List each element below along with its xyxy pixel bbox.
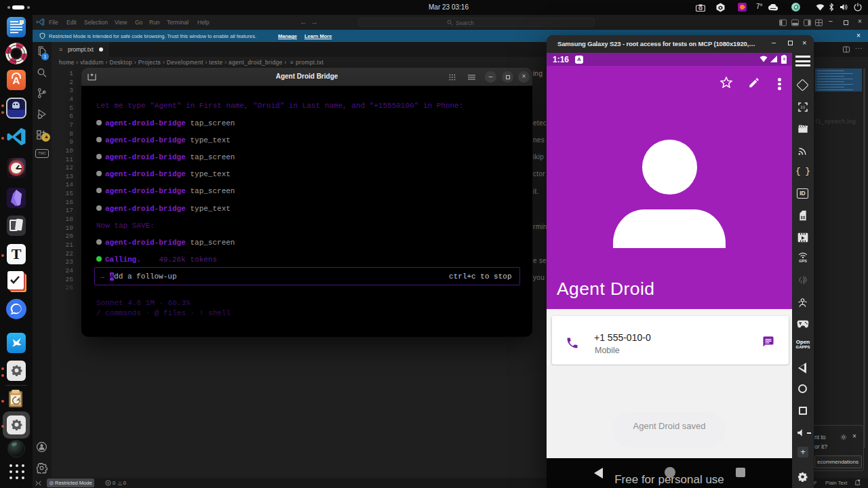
svg-text:1:1: 1:1 [801, 106, 806, 109]
